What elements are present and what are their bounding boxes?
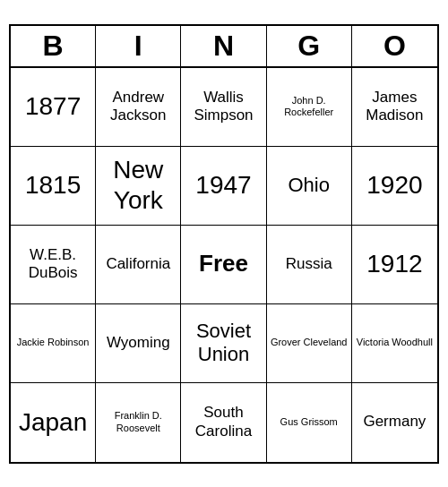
bingo-cell-19: Victoria Woodhull [352, 304, 437, 383]
header-letter: G [267, 26, 352, 66]
header-letter: N [181, 26, 266, 66]
bingo-cell-7: 1947 [181, 147, 266, 226]
bingo-cell-15: Jackie Robinson [11, 304, 96, 383]
bingo-cell-8: Ohio [267, 147, 352, 226]
bingo-cell-3: John D. Rockefeller [267, 68, 352, 147]
bingo-cell-12: Free [181, 226, 266, 304]
bingo-cell-22: South Carolina [181, 383, 266, 462]
bingo-cell-20: Japan [11, 383, 96, 462]
header-letter: I [96, 26, 181, 66]
bingo-cell-13: Russia [267, 226, 352, 304]
bingo-header: BINGO [11, 26, 437, 68]
bingo-cell-10: W.E.B. DuBois [11, 226, 96, 304]
bingo-cell-2: Wallis Simpson [181, 68, 266, 147]
header-letter: B [11, 26, 96, 66]
bingo-cell-17: Soviet Union [181, 304, 266, 383]
bingo-cell-6: New York [96, 147, 181, 226]
bingo-cell-16: Wyoming [96, 304, 181, 383]
bingo-cell-5: 1815 [11, 147, 96, 226]
bingo-cell-14: 1912 [352, 226, 437, 304]
bingo-cell-11: California [96, 226, 181, 304]
bingo-cell-18: Grover Cleveland [267, 304, 352, 383]
bingo-cell-21: Franklin D. Roosevelt [96, 383, 181, 462]
bingo-card: BINGO 1877Andrew JacksonWallis SimpsonJo… [9, 24, 439, 464]
header-letter: O [352, 26, 437, 66]
bingo-cell-23: Gus Grissom [267, 383, 352, 462]
bingo-cell-1: Andrew Jackson [96, 68, 181, 147]
bingo-cell-0: 1877 [11, 68, 96, 147]
bingo-cell-9: 1920 [352, 147, 437, 226]
bingo-grid: 1877Andrew JacksonWallis SimpsonJohn D. … [11, 68, 437, 462]
bingo-cell-24: Germany [352, 383, 437, 462]
bingo-cell-4: James Madison [352, 68, 437, 147]
